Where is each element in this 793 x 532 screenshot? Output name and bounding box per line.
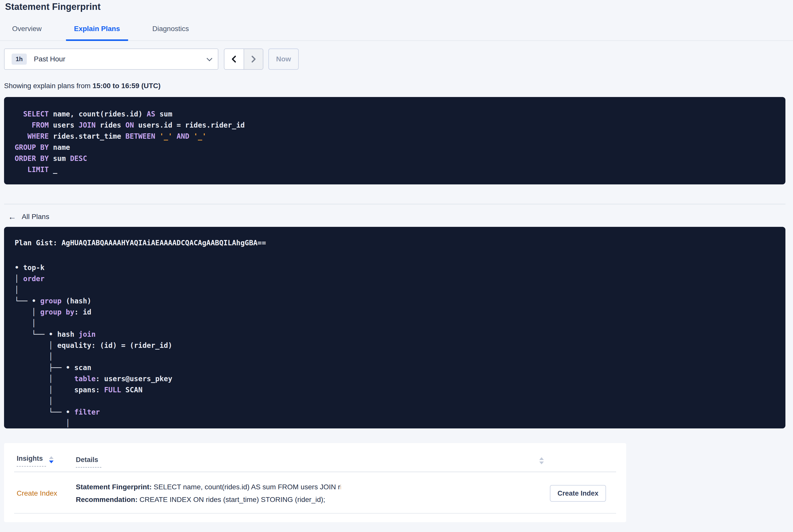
page-title: Statement Fingerprint xyxy=(0,0,793,12)
time-picker-row: 1h Past Hour Now xyxy=(4,49,793,70)
prev-time-button[interactable] xyxy=(224,49,244,69)
time-range-label: Past Hour xyxy=(34,55,65,63)
caption-range: 15:00 to 16:59 (UTC) xyxy=(93,82,161,90)
sort-up-triangle xyxy=(539,457,544,460)
column-header-details[interactable]: Details xyxy=(76,456,101,468)
insights-card: Insights Details Create Index State xyxy=(4,443,626,522)
details-cell: Statement Fingerprint: SELECT name, coun… xyxy=(76,481,341,506)
plan-tree: • top-k│ order│└── • group (hash) │ grou… xyxy=(15,262,775,429)
caption-prefix: Showing explain plans from xyxy=(4,82,93,90)
back-arrow-icon: ← xyxy=(8,213,16,221)
tab-explain-plans-label: Explain Plans xyxy=(74,25,120,33)
next-time-button[interactable] xyxy=(244,49,263,69)
statement-fingerprint-label: Statement Fingerprint: xyxy=(76,483,152,491)
sort-icon-details[interactable] xyxy=(539,457,544,464)
chevron-right-icon xyxy=(250,55,257,63)
chevron-left-icon xyxy=(230,55,238,63)
recommendation-label: Recommendation: xyxy=(76,496,137,504)
tab-overview[interactable]: Overview xyxy=(4,19,50,41)
time-step-button-group xyxy=(224,49,263,70)
insight-table-row: Create Index Statement Fingerprint: SELE… xyxy=(4,472,626,506)
action-cell: Create Index xyxy=(341,481,626,506)
detail-line-fingerprint: Statement Fingerprint: SELECT name, coun… xyxy=(76,481,341,493)
tab-diagnostics[interactable]: Diagnostics xyxy=(144,19,197,41)
now-button[interactable]: Now xyxy=(268,49,299,70)
insight-cell: Create Index xyxy=(17,481,76,506)
tabs-bar: Overview Explain Plans Diagnostics xyxy=(0,19,793,41)
insights-table-header: Insights Details xyxy=(4,443,626,467)
create-index-button[interactable]: Create Index xyxy=(550,485,606,502)
detail-line-recommendation: Recommendation: CREATE INDEX ON rides (s… xyxy=(76,493,341,506)
tab-explain-plans[interactable]: Explain Plans xyxy=(66,19,128,41)
sort-icon-insights[interactable] xyxy=(49,456,54,463)
explain-range-caption: Showing explain plans from 15:00 to 16:5… xyxy=(4,82,793,90)
chevron-down-icon xyxy=(207,56,212,61)
sql-fingerprint-box: SELECT name, count(rides.id) AS sum FROM… xyxy=(4,97,786,185)
column-header-insights[interactable]: Insights xyxy=(17,455,46,467)
sort-up-triangle xyxy=(49,456,54,459)
statement-fingerprint-page: Statement Fingerprint Overview Explain P… xyxy=(0,0,793,532)
all-plans-label: All Plans xyxy=(22,213,49,221)
row-divider xyxy=(14,513,616,514)
time-range-dropdown[interactable]: 1h Past Hour xyxy=(4,49,218,70)
all-plans-link[interactable]: ← All Plans xyxy=(8,213,49,221)
time-interval-badge: 1h xyxy=(12,54,27,65)
create-index-link[interactable]: Create Index xyxy=(17,489,57,497)
plan-gist-line: Plan Gist: AgHUAQIABQAAAAHYAQIAiAEAAAADC… xyxy=(15,238,775,249)
statement-fingerprint-text: SELECT name, count(rides.id) AS sum FROM… xyxy=(152,483,341,491)
tab-diagnostics-label: Diagnostics xyxy=(152,25,189,33)
section-divider xyxy=(4,204,786,205)
sort-down-triangle xyxy=(539,461,544,464)
recommendation-text: CREATE INDEX ON rides (start_time) STORI… xyxy=(137,496,325,504)
insights-header-cell: Insights xyxy=(17,455,76,467)
details-header-cell: Details xyxy=(76,455,101,464)
tab-overview-label: Overview xyxy=(12,25,42,33)
plan-gist-box: Plan Gist: AgHUAQIABQAAAAHYAQIAiAEAAAADC… xyxy=(4,227,786,429)
sort-down-triangle xyxy=(49,460,54,463)
